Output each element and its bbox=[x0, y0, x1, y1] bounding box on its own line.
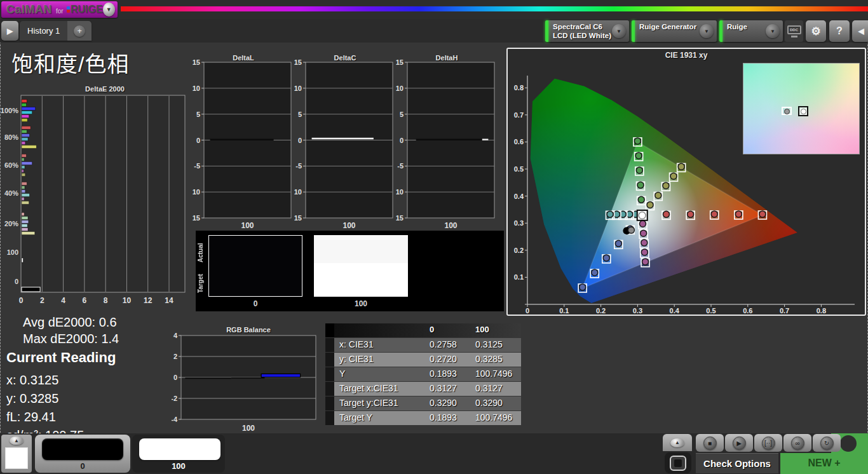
gear-icon: ⚙ bbox=[811, 25, 820, 38]
calman-logo[interactable]: CalMAN for RUIGE ▼ bbox=[1, 1, 118, 18]
plus-icon: + bbox=[78, 27, 82, 36]
add-tab-button[interactable]: + bbox=[67, 21, 92, 41]
delta-l-chart: 151050-5-10-15100 bbox=[193, 53, 294, 230]
loop-button[interactable]: ↻ bbox=[813, 434, 841, 452]
new-session-button[interactable]: NEW + bbox=[780, 453, 868, 474]
play-button[interactable]: ▶ bbox=[725, 434, 753, 452]
table-row[interactable]: Target x:CIE310.31270.3127 bbox=[325, 382, 521, 396]
cie-measured-yellow bbox=[655, 193, 661, 199]
patch-button-100[interactable]: 100 bbox=[132, 435, 225, 473]
svg-text:-4: -4 bbox=[172, 416, 178, 423]
svg-text:100: 100 bbox=[444, 221, 457, 230]
table-row-strip bbox=[325, 353, 334, 367]
table-row[interactable]: Y0.1893100.7496 bbox=[325, 367, 521, 381]
table-row-strip bbox=[325, 323, 334, 337]
table-row[interactable]: y: CIE310.27200.3285 bbox=[325, 353, 521, 367]
patch-list-collapse-tile[interactable]: ▲ bbox=[1, 435, 32, 473]
svg-text:4: 4 bbox=[173, 332, 178, 339]
display-dropdown[interactable]: Ruige ▼ bbox=[719, 20, 783, 42]
reading-fl: fL: 29.41 bbox=[6, 408, 116, 426]
continuous-read-button[interactable]: ∞ bbox=[783, 434, 811, 452]
svg-text:0.4: 0.4 bbox=[514, 193, 524, 200]
read-series-icon: [··] bbox=[762, 437, 775, 450]
help-button[interactable]: ? bbox=[829, 20, 850, 42]
table-row[interactable]: x: CIE310.27580.3125 bbox=[325, 338, 521, 352]
ddc-button[interactable]: DDC bbox=[785, 20, 803, 42]
cie-measured-red bbox=[759, 211, 766, 217]
cie-measured-cyan bbox=[607, 211, 613, 217]
patch-swatch-100[interactable] bbox=[314, 235, 408, 297]
inset-measured-marker bbox=[782, 107, 792, 115]
history-tab-label[interactable]: History 1 bbox=[20, 21, 67, 41]
rainbow-strip bbox=[121, 6, 868, 11]
bottom-bar: ▲ 0 100 ▲ ■▶[··]∞↻ Check Options NEW + bbox=[0, 433, 868, 474]
stop-button[interactable]: ■ bbox=[696, 434, 724, 452]
svg-text:0.1: 0.1 bbox=[514, 273, 524, 281]
cie-whitepoint-inset bbox=[743, 63, 860, 154]
cie-measured-blue bbox=[603, 255, 609, 261]
svg-text:2: 2 bbox=[40, 296, 44, 305]
cie-measured-blue bbox=[615, 240, 621, 247]
table-cell: 0.3125 bbox=[475, 338, 521, 352]
table-cell: 0.1893 bbox=[430, 367, 475, 381]
cie-measured-red bbox=[688, 211, 694, 217]
settings-button[interactable]: ⚙ bbox=[806, 20, 826, 42]
monitor-icon: DDC bbox=[787, 25, 801, 34]
logo-dropdown-button[interactable]: ▼ bbox=[103, 3, 115, 17]
chevron-left-icon: ◀ bbox=[858, 27, 864, 36]
svg-text:100: 100 bbox=[241, 221, 254, 230]
cie-measured-red bbox=[711, 211, 717, 217]
cie-measured-magenta bbox=[641, 230, 647, 236]
table-row[interactable]: Target Y0.1893100.7496 bbox=[325, 411, 521, 425]
stop-target-icon bbox=[670, 456, 686, 471]
tab-history[interactable]: History 1 + bbox=[20, 21, 92, 41]
source-dropdown-arrow[interactable]: ▼ bbox=[700, 24, 714, 38]
svg-text:-2: -2 bbox=[172, 395, 177, 402]
svg-text:-10: -10 bbox=[294, 188, 302, 196]
table-cell: 100.7496 bbox=[475, 411, 521, 425]
reading-x: x: 0.3125 bbox=[6, 371, 116, 389]
svg-text:15: 15 bbox=[396, 58, 403, 66]
svg-text:80%: 80% bbox=[4, 133, 18, 141]
svg-text:10: 10 bbox=[193, 85, 200, 92]
svg-text:20%: 20% bbox=[4, 220, 18, 227]
expand-panel-button[interactable]: ▶ bbox=[1, 21, 18, 41]
table-cell: 0.2720 bbox=[430, 353, 475, 367]
cie-measured-green bbox=[635, 152, 642, 159]
transport-collapse-tile[interactable]: ▲ bbox=[663, 434, 692, 451]
avg-de2000: Avg dE2000: 0.6 bbox=[23, 314, 119, 330]
deltae-chart-title: DeltaE 2000 bbox=[25, 85, 184, 93]
svg-text:2: 2 bbox=[173, 353, 177, 360]
calman-window: CalMAN for RUIGE ▼ ▶ History 1 + Spectra… bbox=[0, 0, 868, 474]
source-dropdown[interactable]: Ruige Generator ▼ bbox=[632, 20, 717, 42]
svg-text:6: 6 bbox=[83, 296, 87, 305]
stop-target-button[interactable] bbox=[665, 452, 691, 473]
check-options-button[interactable]: Check Options bbox=[696, 453, 778, 473]
svg-text:0: 0 bbox=[173, 374, 177, 381]
collapse-panel-button[interactable]: ◀ bbox=[852, 20, 868, 42]
table-row[interactable]: Target y:CIE310.32900.3290 bbox=[325, 396, 521, 410]
table-header-cell: 100 bbox=[475, 323, 521, 337]
table-header-cell bbox=[336, 323, 430, 337]
svg-text:0.8: 0.8 bbox=[817, 307, 826, 315]
table-cell: Target x:CIE31 bbox=[336, 382, 430, 396]
patch-swatch-100-label: 100 bbox=[314, 299, 408, 308]
patch-button-0[interactable]: 0 bbox=[35, 435, 130, 473]
table-row-strip bbox=[325, 338, 334, 352]
svg-text:0.6: 0.6 bbox=[514, 138, 524, 146]
ruige-logo-text: RUIGE bbox=[71, 4, 103, 15]
inset-target-marker bbox=[798, 106, 808, 116]
current-reading-heading: Current Reading bbox=[6, 349, 116, 366]
svg-text:-10: -10 bbox=[193, 188, 200, 196]
meter-dropdown-arrow[interactable]: ▼ bbox=[612, 24, 626, 38]
svg-text:0.5: 0.5 bbox=[706, 307, 715, 315]
cie-measured-green bbox=[637, 182, 644, 188]
display-dropdown-arrow[interactable]: ▼ bbox=[766, 24, 780, 38]
deltae-chart: 02468101214100%80%60%40%20%1000 bbox=[0, 93, 191, 309]
meter-dropdown[interactable]: SpectraCal C6 LCD (LED White) ▼ bbox=[545, 20, 629, 42]
svg-text:8: 8 bbox=[104, 296, 108, 305]
tab-bar: ▶ History 1 + SpectraCal C6 LCD (LED Whi… bbox=[0, 19, 868, 43]
white-patch-thumb[interactable] bbox=[5, 447, 28, 469]
read-series-button[interactable]: [··] bbox=[754, 434, 782, 452]
patch-swatch-0[interactable] bbox=[208, 235, 302, 297]
